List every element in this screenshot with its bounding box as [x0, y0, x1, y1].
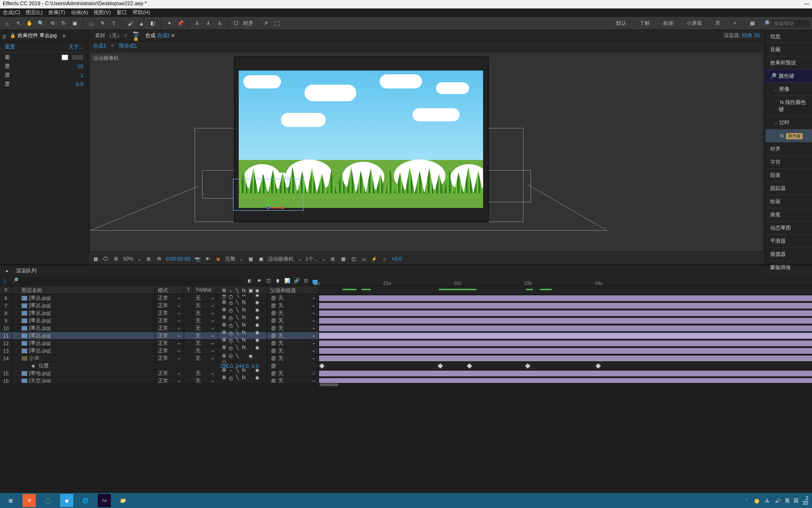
puppet-tool-icon[interactable]: 📌 [176, 19, 185, 28]
preserve-transparency[interactable] [184, 342, 193, 344]
home-icon[interactable]: ⌂ [3, 19, 11, 28]
keyframe[interactable] [467, 363, 472, 368]
comp-viewer[interactable]: 活动摄像机 [90, 53, 763, 251]
preserve-transparency[interactable] [184, 335, 193, 337]
panel-brushes[interactable]: 画笔 [765, 208, 812, 222]
preserve-transparency[interactable] [184, 373, 193, 374]
workspace-standard[interactable]: 标准 [659, 18, 677, 29]
panel-audio[interactable]: 音频 [765, 43, 812, 56]
pen-tool-icon[interactable]: ✎ [98, 19, 107, 28]
workspace-learn[interactable]: 了解 [636, 18, 654, 29]
guides-icon[interactable]: ⊞ [329, 255, 336, 262]
group-keying[interactable]: ⌄抠像 [765, 83, 812, 96]
layer-bar-area[interactable] [319, 370, 812, 377]
keyframe[interactable] [595, 363, 601, 368]
layer-row[interactable]: 16[天空.jpg]正常 ⌄无 ⌄单⬩╲fx◉⬡@ 无 ⌄ [0, 377, 812, 383]
layer-search-input[interactable] [19, 277, 242, 285]
tab-menu-icon[interactable]: ≡ [62, 33, 65, 39]
visibility-toggle[interactable] [12, 350, 19, 352]
col-trkmat[interactable]: TrkMat [193, 286, 218, 294]
visibility-toggle[interactable] [12, 297, 19, 299]
channel-rgb-icon[interactable]: ⦿ [113, 255, 119, 262]
layer-bar[interactable] [319, 378, 812, 383]
text-tool-icon[interactable]: T [109, 19, 118, 28]
about-link[interactable]: 关于... [69, 43, 83, 50]
snapshot-icon[interactable]: 📷 [194, 255, 201, 262]
layer-bar[interactable] [319, 333, 812, 339]
mask-icon[interactable]: ◫ [350, 255, 357, 262]
layer-bar-area[interactable] [319, 340, 812, 347]
task-view-icon[interactable]: ⊞ [4, 494, 17, 507]
layer-bar[interactable] [319, 310, 812, 316]
roi-icon[interactable]: ⧉ [156, 255, 162, 262]
renderer-dropdown[interactable]: 经典 3D [742, 32, 760, 38]
layer-bar[interactable] [319, 318, 812, 324]
panel-effects-presets[interactable]: 效果和预设 [765, 56, 812, 70]
preserve-transparency[interactable] [184, 357, 193, 359]
layer-bar[interactable] [319, 341, 812, 346]
col-name[interactable]: 图层名称 [19, 286, 155, 294]
ime-mode[interactable]: 田 [794, 497, 799, 504]
workspace-small[interactable]: 小屏幕 [683, 18, 706, 29]
effect-controls-tab[interactable]: 🔒 效果控件 草丛jpg [9, 32, 57, 39]
axis-local-icon[interactable]: ⅄ [193, 19, 201, 28]
visibility-toggle[interactable] [12, 357, 19, 359]
snap-checkbox[interactable]: ☐ [232, 19, 240, 28]
panel-smoother[interactable]: 平滑器 [765, 235, 812, 248]
timeline-tab-icon[interactable]: ▸ [4, 267, 10, 274]
menu-window[interactable]: 窗口 [117, 9, 127, 16]
panel-paint[interactable]: 绘画 [765, 195, 812, 208]
ime-indicator[interactable]: 英 [785, 497, 790, 504]
keyframe[interactable] [319, 363, 324, 368]
views-dropdown[interactable]: 1个... [305, 255, 318, 262]
menu-effect[interactable]: 效果(T) [48, 9, 65, 16]
keyframe-area[interactable] [319, 362, 812, 369]
window-minimize[interactable]: — [804, 0, 809, 8]
preserve-transparency[interactable] [184, 327, 193, 329]
timeline-scrollbar[interactable] [320, 383, 812, 388]
layer-bar[interactable] [319, 371, 812, 376]
channel-icon[interactable]: 🖵 [102, 255, 109, 262]
blend-mode-dropdown[interactable]: 正常 ⌄ [155, 376, 184, 383]
rect-tool-icon[interactable]: □ [87, 19, 95, 28]
app-orange-icon[interactable]: ✕ [23, 494, 36, 507]
exposure-value[interactable]: +0.0 [391, 256, 402, 262]
pixel-icon[interactable]: ⚏ [360, 255, 367, 262]
preserve-transparency[interactable] [184, 350, 193, 352]
chrome-icon[interactable]: 🌐 [79, 494, 92, 507]
layer-bar-area[interactable] [319, 294, 812, 302]
parent-dropdown[interactable]: @ 无 ⌄ [267, 376, 319, 383]
timecode[interactable]: 0:00:00:00 [166, 256, 190, 262]
reset-link[interactable]: 重置 [5, 43, 15, 50]
render-queue-tab[interactable]: 渲染队列 [16, 267, 37, 274]
col-parent[interactable]: 父级和链接 [267, 286, 319, 294]
comp-icon[interactable]: ❖ [256, 278, 262, 284]
eyedropper-icon[interactable] [72, 55, 83, 60]
brush-tool-icon[interactable]: 🖌 [126, 19, 134, 28]
layer-bar-area[interactable] [319, 377, 812, 383]
visibility-toggle[interactable] [12, 373, 19, 374]
trkmat-dropdown[interactable]: 无 ⌄ [193, 376, 218, 383]
panel-align[interactable]: 对齐 [765, 143, 812, 156]
help-search-input[interactable] [772, 20, 809, 27]
preserve-transparency[interactable] [184, 297, 193, 299]
fast-preview-icon[interactable]: ⚡ [371, 255, 377, 262]
layer-bar-area[interactable] [319, 332, 812, 339]
layer-bar-area[interactable] [319, 355, 812, 362]
app-blue-icon[interactable]: ◆ [60, 494, 73, 507]
color-mgmt-icon[interactable]: ◉ [215, 255, 221, 262]
visibility-toggle[interactable] [12, 312, 19, 314]
orbit-tool-icon[interactable]: ⟲ [48, 19, 56, 28]
axis-world-icon[interactable]: ⅄ [204, 19, 212, 28]
zoom-tool-icon[interactable]: 🔍 [37, 19, 45, 28]
keyframe[interactable] [437, 363, 443, 368]
draft3d-icon[interactable]: 🔗 [293, 278, 300, 284]
color-swatch[interactable] [62, 55, 68, 60]
tray-up-icon[interactable]: ˄ [743, 497, 750, 504]
graph-icon[interactable]: 📊 [284, 278, 290, 284]
frame-blend-icon[interactable]: ◫ [265, 278, 272, 284]
panel-motion-sketch[interactable]: 动态草图 [765, 222, 812, 235]
tray-volume-icon[interactable]: 🔊 [774, 497, 781, 504]
menu-help[interactable]: 帮助(H) [133, 9, 150, 16]
preset-color-key[interactable]: fx颜色键 [765, 129, 812, 143]
